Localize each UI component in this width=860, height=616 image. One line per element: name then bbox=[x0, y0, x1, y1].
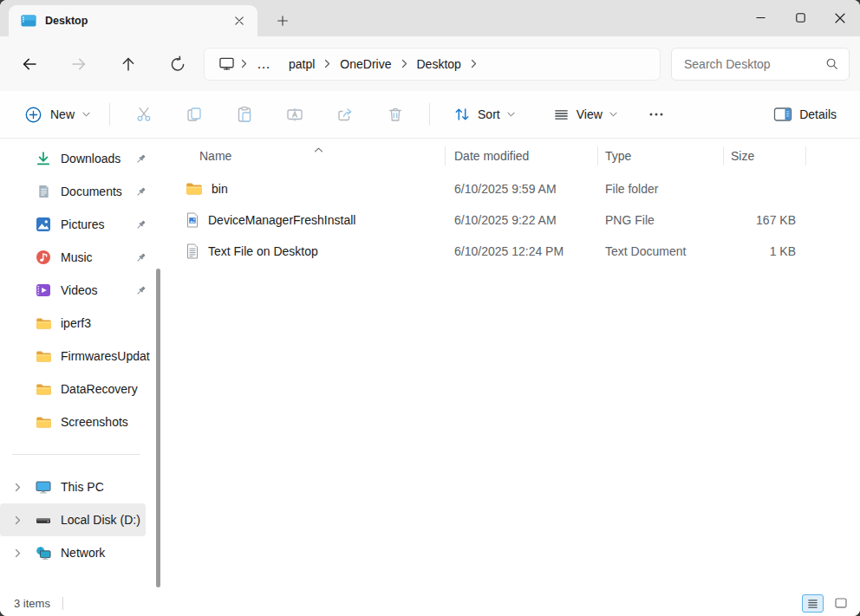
tab-close-icon[interactable] bbox=[228, 10, 251, 32]
up-button[interactable] bbox=[113, 49, 144, 80]
music-icon bbox=[35, 249, 52, 266]
breadcrumb-item-patpl[interactable]: patpl bbox=[280, 52, 323, 76]
plus-circle-icon bbox=[24, 106, 42, 124]
chevron-down-icon bbox=[507, 112, 515, 117]
details-view-toggle[interactable] bbox=[802, 594, 824, 613]
new-button-label: New bbox=[50, 107, 75, 121]
sidebar-item-label: Network bbox=[61, 546, 153, 560]
view-button-label: View bbox=[577, 107, 603, 121]
breadcrumb-item-onedrive[interactable]: OneDrive bbox=[331, 52, 400, 76]
pin-icon bbox=[135, 219, 148, 230]
more-options-button[interactable] bbox=[639, 99, 674, 130]
details-pane-button[interactable]: Details bbox=[764, 99, 846, 130]
toolbar-divider bbox=[429, 103, 430, 126]
command-toolbar: New Sort bbox=[0, 91, 860, 139]
pictures-icon bbox=[35, 216, 52, 233]
column-header-label: Date modified bbox=[454, 149, 529, 163]
thumbnail-view-toggle[interactable] bbox=[830, 594, 851, 613]
paste-button[interactable] bbox=[227, 99, 262, 130]
chevron-right-icon[interactable] bbox=[240, 59, 248, 68]
sidebar-item-music[interactable]: Music bbox=[0, 241, 153, 274]
column-headers: Name Date modified Type Size bbox=[165, 139, 860, 173]
file-type-cell: Text Document bbox=[598, 244, 724, 258]
file-name-label: Text File on Desktop bbox=[208, 244, 318, 258]
folder-icon bbox=[35, 347, 52, 365]
close-button[interactable] bbox=[820, 0, 860, 36]
expand-chevron-icon[interactable] bbox=[12, 483, 35, 492]
sidebar-item-downloads[interactable]: Downloads bbox=[0, 142, 153, 175]
sidebar-item-firmwaresupdat[interactable]: FirmwaresUpdat bbox=[0, 340, 153, 373]
breadcrumb-item-desktop[interactable]: Desktop bbox=[408, 52, 470, 76]
chevron-right-icon[interactable] bbox=[401, 59, 408, 68]
breadcrumb-device-icon[interactable] bbox=[213, 56, 240, 71]
new-button[interactable]: New bbox=[14, 99, 101, 130]
breadcrumb[interactable]: … patpl OneDrive Desktop bbox=[204, 48, 661, 81]
folder-icon bbox=[35, 314, 52, 332]
videos-icon bbox=[35, 282, 52, 299]
chevron-down-icon bbox=[609, 112, 617, 117]
tab-desktop[interactable]: Desktop bbox=[9, 5, 257, 36]
cut-button[interactable] bbox=[127, 99, 161, 130]
file-date-cell: 6/10/2025 9:22 AM bbox=[446, 213, 598, 227]
new-tab-button[interactable] bbox=[268, 8, 297, 34]
forward-button[interactable] bbox=[63, 49, 94, 80]
folder-icon bbox=[35, 380, 52, 398]
file-name-label: bin bbox=[212, 182, 228, 196]
sidebar-item-iperf3[interactable]: iperf3 bbox=[0, 307, 153, 340]
chevron-right-icon[interactable] bbox=[470, 59, 478, 68]
file-name-cell: DeviceManagerFreshInstall bbox=[165, 212, 446, 228]
refresh-button[interactable] bbox=[162, 49, 193, 80]
sidebar-item-videos[interactable]: Videos bbox=[0, 274, 153, 307]
sidebar-item-label: DataRecovery bbox=[61, 382, 153, 396]
file-date-cell: 6/10/2025 12:24 PM bbox=[446, 244, 598, 258]
column-header-name[interactable]: Name bbox=[165, 139, 446, 173]
sidebar-item-label: Videos bbox=[61, 283, 135, 297]
file-row-bin[interactable]: bin 6/10/2025 9:59 AM File folder bbox=[165, 173, 860, 204]
sidebar-item-local-disk-d[interactable]: Local Disk (D:) bbox=[0, 503, 146, 536]
search-icon bbox=[825, 57, 838, 70]
window-controls bbox=[740, 0, 860, 36]
rename-button[interactable] bbox=[277, 99, 312, 130]
column-header-type[interactable]: Type bbox=[598, 139, 724, 173]
sidebar-scrollbar-thumb[interactable] bbox=[156, 269, 160, 587]
pin-icon bbox=[135, 285, 148, 296]
text-file-icon bbox=[186, 243, 199, 259]
column-header-date-modified[interactable]: Date modified bbox=[446, 139, 598, 173]
view-button[interactable]: View bbox=[544, 99, 627, 130]
sidebar-item-documents[interactable]: Documents bbox=[0, 175, 153, 208]
share-button[interactable] bbox=[328, 99, 362, 130]
sidebar-item-screenshots[interactable]: Screenshots bbox=[0, 405, 153, 438]
pin-icon bbox=[135, 252, 148, 263]
desktop-tab-icon bbox=[21, 15, 36, 27]
downloads-icon bbox=[35, 150, 52, 167]
sidebar-item-pictures[interactable]: Pictures bbox=[0, 208, 153, 241]
item-count: 3 items bbox=[14, 597, 50, 610]
sidebar-scrollbar[interactable] bbox=[153, 139, 165, 591]
sidebar-item-network[interactable]: Network bbox=[0, 536, 153, 569]
maximize-button[interactable] bbox=[780, 0, 820, 36]
folder-icon bbox=[35, 413, 52, 431]
column-header-size[interactable]: Size bbox=[724, 139, 806, 173]
network-icon bbox=[35, 544, 52, 561]
sidebar-item-datarecovery[interactable]: DataRecovery bbox=[0, 373, 153, 405]
minimize-button[interactable] bbox=[740, 0, 780, 36]
breadcrumb-ellipsis[interactable]: … bbox=[248, 52, 280, 76]
chevron-right-icon[interactable] bbox=[323, 59, 331, 68]
expand-chevron-icon[interactable] bbox=[12, 548, 35, 558]
local-disk-icon bbox=[35, 511, 52, 528]
sort-button[interactable]: Sort bbox=[444, 99, 524, 130]
sidebar-item-this-pc[interactable]: This PC bbox=[0, 470, 153, 503]
copy-button[interactable] bbox=[177, 99, 212, 130]
sort-icon bbox=[453, 106, 471, 123]
back-button[interactable] bbox=[14, 49, 45, 80]
expand-chevron-icon[interactable] bbox=[12, 515, 35, 525]
file-row-text-file-on-desktop[interactable]: Text File on Desktop 6/10/2025 12:24 PM … bbox=[165, 236, 860, 267]
file-name-cell: bin bbox=[165, 182, 446, 196]
search-input[interactable] bbox=[684, 57, 825, 71]
file-row-devicemanagerfreshinstall[interactable]: DeviceManagerFreshInstall 6/10/2025 9:22… bbox=[165, 204, 860, 236]
delete-button[interactable] bbox=[378, 99, 413, 130]
status-bar: 3 items bbox=[0, 591, 860, 616]
view-icon bbox=[553, 107, 570, 123]
tab-label: Desktop bbox=[45, 15, 219, 27]
folder-icon bbox=[186, 182, 203, 196]
